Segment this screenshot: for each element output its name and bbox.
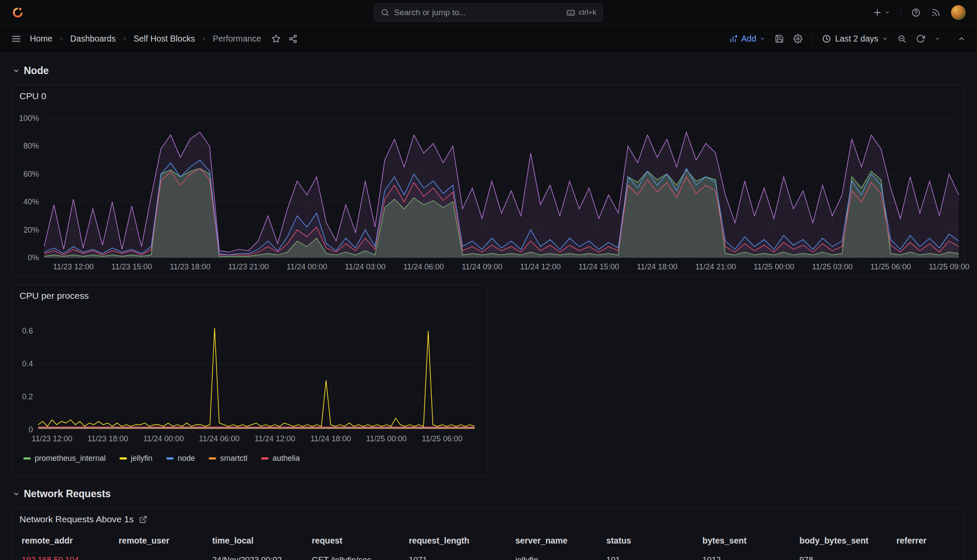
favorite-button[interactable] bbox=[272, 34, 281, 43]
time-range-picker[interactable]: Last 2 days bbox=[822, 34, 888, 44]
cpu-per-process-plot[interactable] bbox=[38, 318, 475, 430]
x-axis-tick: 11/25 09:00 bbox=[929, 263, 970, 271]
breadcrumb-folder[interactable]: Self Host Blocks bbox=[133, 34, 195, 44]
cpu0-chart[interactable]: 0%20%40%60%80%100%11/23 12:0011/23 15:00… bbox=[13, 85, 964, 276]
table-cell: 1012 bbox=[702, 555, 799, 560]
legend-item-node[interactable]: node bbox=[166, 454, 195, 463]
clock-icon bbox=[822, 34, 831, 43]
news-button[interactable] bbox=[931, 8, 941, 17]
y-axis-tick: 0.6 bbox=[13, 327, 33, 335]
shortcut-label: ctrl+k bbox=[579, 8, 596, 17]
search-input[interactable] bbox=[394, 8, 562, 17]
row-network-label: Network Requests bbox=[24, 488, 111, 500]
legend-item-smartctl[interactable]: smartctl bbox=[209, 454, 247, 463]
x-axis-tick: 11/23 18:00 bbox=[87, 435, 128, 443]
series-jellyfin bbox=[38, 328, 475, 427]
breadcrumb-separator-icon bbox=[201, 36, 207, 42]
column-header-referrer[interactable]: referrer bbox=[896, 536, 955, 546]
cpu-per-process-chart[interactable]: 00.20.40.611/23 12:0011/23 18:0011/24 00… bbox=[13, 285, 487, 476]
collapse-controls-button[interactable] bbox=[958, 35, 966, 43]
y-axis-tick: 0.4 bbox=[13, 360, 33, 368]
chevron-down-icon bbox=[884, 10, 890, 15]
row-node[interactable]: Node bbox=[13, 63, 964, 78]
network-requests-table: remote_addrremote_usertime_localrequestr… bbox=[13, 530, 964, 560]
panel-cpu0: CPU 0 0%20%40%60%80%100%11/23 12:0011/23… bbox=[13, 85, 964, 277]
panel-network-header[interactable]: Network Requests Above 1s bbox=[13, 508, 964, 530]
mega-menu-button[interactable] bbox=[11, 34, 21, 44]
row-node-label: Node bbox=[24, 65, 49, 77]
table-cell: 24/Nov/2023 00:02 bbox=[212, 555, 312, 560]
new-button[interactable] bbox=[873, 8, 890, 17]
chevron-down-icon bbox=[13, 490, 20, 498]
chevron-down-icon bbox=[882, 36, 888, 42]
column-header-bytes_sent[interactable]: bytes_sent bbox=[702, 536, 799, 546]
legend-item-prometheus_internal[interactable]: prometheus_internal bbox=[23, 454, 106, 463]
save-dashboard-button[interactable] bbox=[775, 34, 784, 43]
legend-label: jellyfin bbox=[131, 454, 152, 463]
x-axis-tick: 11/25 06:00 bbox=[870, 263, 911, 271]
dashboard-settings-button[interactable] bbox=[793, 34, 802, 43]
column-header-server_name[interactable]: server_name bbox=[515, 536, 606, 546]
legend-label: node bbox=[178, 454, 195, 463]
legend-label: smartctl bbox=[220, 454, 247, 463]
cpu0-plot[interactable] bbox=[44, 118, 959, 258]
x-axis-tick: 11/24 12:00 bbox=[520, 263, 561, 271]
table-row[interactable]: 192.168.50.10424/Nov/2023 00:02GET /jell… bbox=[22, 551, 955, 560]
refresh-interval-dropdown[interactable] bbox=[935, 36, 940, 42]
y-axis-tick: 60% bbox=[13, 170, 39, 178]
y-axis-tick: 0 bbox=[13, 426, 33, 434]
column-header-remote_user[interactable]: remote_user bbox=[119, 536, 212, 546]
legend-label: prometheus_internal bbox=[35, 454, 106, 463]
grafana-logo[interactable] bbox=[11, 6, 24, 19]
legend-item-jellyfin[interactable]: jellyfin bbox=[120, 454, 152, 463]
star-icon bbox=[272, 34, 281, 43]
row-network-requests[interactable]: Network Requests bbox=[13, 486, 964, 501]
x-axis-tick: 11/24 00:00 bbox=[287, 263, 327, 271]
breadcrumb-dashboards[interactable]: Dashboards bbox=[70, 34, 116, 44]
topbar-divider bbox=[900, 7, 901, 18]
x-axis-tick: 11/24 18:00 bbox=[311, 435, 351, 443]
x-axis-tick: 11/24 06:00 bbox=[403, 263, 444, 271]
column-header-request[interactable]: request bbox=[312, 536, 409, 546]
top-bar: ctrl+k bbox=[0, 0, 977, 25]
help-button[interactable] bbox=[911, 8, 921, 17]
panel-network-requests: Network Requests Above 1s remote_addrrem… bbox=[13, 508, 964, 560]
column-header-request_length[interactable]: request_length bbox=[409, 536, 515, 546]
chart-legend: prometheus_internaljellyfinnodesmartctla… bbox=[23, 454, 300, 463]
y-axis-tick: 80% bbox=[13, 142, 39, 150]
breadcrumb-separator-icon bbox=[121, 36, 128, 42]
share-icon bbox=[288, 34, 298, 43]
global-search[interactable]: ctrl+k bbox=[374, 3, 603, 22]
zoom-out-time-button[interactable] bbox=[897, 34, 906, 43]
table-header-row: remote_addrremote_usertime_localrequestr… bbox=[22, 530, 955, 551]
x-axis-tick: 11/25 03:00 bbox=[812, 263, 853, 271]
chevron-up-icon bbox=[958, 35, 966, 43]
panel-cpu-per-process: CPU per process 00.20.40.611/23 12:0011/… bbox=[13, 285, 487, 476]
table-cell: GET /jellyfin/soc bbox=[312, 555, 409, 560]
column-header-status[interactable]: status bbox=[606, 536, 702, 546]
toolbar-divider bbox=[812, 34, 812, 44]
add-panel-label: Add bbox=[741, 34, 757, 44]
time-range-label: Last 2 days bbox=[835, 34, 878, 44]
external-link-icon[interactable] bbox=[139, 515, 147, 524]
x-axis-tick: 11/24 15:00 bbox=[579, 263, 619, 271]
user-avatar[interactable] bbox=[951, 5, 966, 20]
x-axis-tick: 11/25 06:00 bbox=[422, 435, 463, 443]
hamburger-icon bbox=[11, 34, 21, 44]
search-icon bbox=[381, 8, 389, 17]
refresh-button[interactable] bbox=[916, 34, 925, 43]
legend-item-authelia[interactable]: authelia bbox=[261, 454, 300, 463]
add-panel-button[interactable]: Add bbox=[729, 34, 766, 44]
share-button[interactable] bbox=[288, 34, 298, 43]
help-icon bbox=[911, 8, 921, 17]
legend-label: authelia bbox=[272, 454, 300, 463]
column-header-body_bytes_sent[interactable]: body_bytes_sent bbox=[799, 536, 896, 546]
y-axis-tick: 40% bbox=[13, 198, 39, 206]
column-header-remote_addr[interactable]: remote_addr bbox=[22, 536, 119, 546]
legend-swatch bbox=[120, 457, 127, 460]
chevron-down-icon bbox=[760, 36, 765, 42]
column-header-time_local[interactable]: time_local bbox=[212, 536, 312, 546]
x-axis-tick: 11/24 12:00 bbox=[255, 435, 295, 443]
breadcrumb-home[interactable]: Home bbox=[30, 34, 52, 44]
legend-swatch bbox=[209, 457, 216, 460]
